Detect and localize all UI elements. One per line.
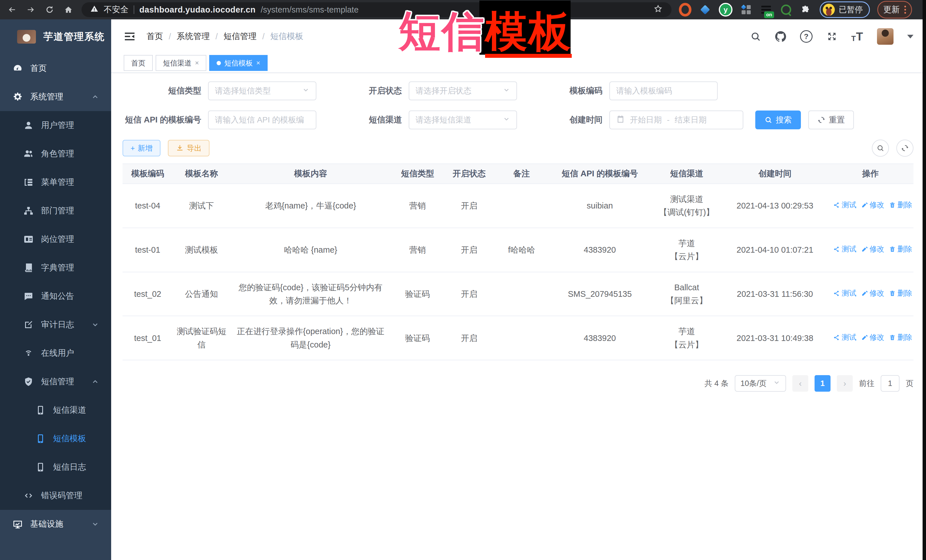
breadcrumb-item[interactable]: 短信管理 (224, 31, 257, 42)
template-code-input[interactable]: 请输入模板编码 (609, 82, 718, 100)
channel-select[interactable]: 请选择短信渠道 (409, 110, 517, 129)
browser-menu-icon[interactable] (904, 6, 906, 14)
sidebar-item-role-mgmt[interactable]: 角色管理 (0, 140, 111, 168)
sidebar-item-post-mgmt[interactable]: 岗位管理 (0, 225, 111, 254)
sidebar-item-sms-template[interactable]: 短信模板 (0, 424, 111, 453)
plus-icon: + (130, 144, 135, 152)
goto-page-input[interactable] (881, 375, 899, 392)
ext-magnifier-icon[interactable] (780, 3, 792, 16)
ext-grid-icon[interactable] (740, 3, 752, 16)
sitemap-icon (23, 206, 33, 216)
github-icon[interactable] (775, 31, 786, 42)
delete-link[interactable]: 删除 (889, 243, 912, 255)
app-logo[interactable]: 芋道管理系统 (0, 20, 111, 54)
forward-icon[interactable] (25, 4, 36, 15)
test-link[interactable]: 测试 (833, 287, 856, 299)
edit-link[interactable]: 修改 (861, 199, 884, 211)
collapse-sidebar-icon[interactable] (124, 32, 136, 41)
back-icon[interactable] (6, 4, 18, 15)
sidebar-item-home[interactable]: 首页 (0, 54, 111, 83)
user-avatar[interactable] (877, 28, 894, 45)
export-button[interactable]: 导出 (168, 140, 209, 156)
sidebar-item-error-code[interactable]: 错误码管理 (0, 482, 111, 510)
cell-status: 开启 (444, 228, 494, 272)
sidebar-item-infrastructure[interactable]: 基础设施 (0, 510, 111, 538)
cell-status: 开启 (444, 272, 494, 316)
show-search-button[interactable] (872, 140, 889, 157)
sms-type-select[interactable]: 请选择短信类型 (208, 82, 316, 100)
close-icon[interactable]: × (256, 59, 260, 67)
ext-on-badge: on (764, 11, 774, 18)
sidebar-item-dict-mgmt[interactable]: 字典管理 (0, 254, 111, 282)
search-icon[interactable] (750, 31, 761, 42)
breadcrumb-current: 短信模板 (270, 31, 303, 42)
sidebar-item-menu-mgmt[interactable]: 菜单管理 (0, 168, 111, 196)
delete-link[interactable]: 删除 (889, 287, 912, 299)
refresh-button[interactable] (896, 140, 914, 157)
sidebar-item-label: 角色管理 (41, 148, 74, 160)
id-badge-icon (23, 234, 33, 245)
browser-profile-button[interactable]: 已暂停 (820, 2, 870, 18)
home-icon[interactable] (63, 4, 74, 15)
sidebar-item-label: 审计日志 (41, 319, 74, 331)
sidebar-item-user-mgmt[interactable]: 用户管理 (0, 111, 111, 140)
test-link[interactable]: 测试 (833, 332, 856, 344)
font-size-icon[interactable]: TT (851, 30, 863, 43)
edit-link[interactable]: 修改 (861, 243, 884, 255)
cell-code: test_02 (123, 272, 173, 316)
reset-button[interactable]: 重置 (808, 110, 854, 129)
tab-sms-channel[interactable]: 短信渠道 × (156, 55, 206, 71)
sidebar-item-dept-mgmt[interactable]: 部门管理 (0, 196, 111, 225)
ext-gem-icon[interactable] (699, 3, 711, 16)
sidebar-item-sms-mgmt[interactable]: 短信管理 (0, 367, 111, 396)
next-page-button[interactable]: › (837, 375, 853, 392)
reload-icon[interactable] (44, 4, 55, 15)
sidebar-item-audit-log[interactable]: 审计日志 (0, 311, 111, 339)
tab-home[interactable]: 首页 (124, 55, 153, 71)
address-bar[interactable]: 不安全 dashboard.yudao.iocoder.cn /system/s… (82, 2, 672, 17)
ext-orange-icon[interactable] (679, 3, 691, 16)
sidebar-item-sms-log[interactable]: 短信日志 (0, 453, 111, 482)
status-select[interactable]: 请选择开启状态 (409, 82, 517, 100)
add-button[interactable]: + 新增 (123, 140, 160, 156)
close-icon[interactable]: × (195, 59, 199, 67)
avatar-caret-icon[interactable] (907, 35, 914, 38)
ext-list-icon[interactable]: on (760, 3, 772, 16)
sidebar-item-label: 系统管理 (30, 91, 63, 103)
breadcrumb-item[interactable]: 系统管理 (177, 31, 210, 42)
edit-link[interactable]: 修改 (861, 332, 884, 344)
sidebar-item-online-users[interactable]: 在线用户 (0, 339, 111, 367)
date-range-picker[interactable]: 开始日期 - 结束日期 (609, 110, 743, 129)
sidebar-item-label: 短信日志 (53, 462, 86, 473)
cell-created-at: 2021-04-10 01:07:21 (723, 228, 828, 272)
current-page[interactable]: 1 (814, 375, 831, 392)
page-size-select[interactable]: 10条/页 (735, 375, 786, 392)
extensions-puzzle-icon[interactable] (800, 3, 812, 16)
prev-page-button[interactable]: ‹ (792, 375, 808, 392)
filter-label: 短信 API 的模板编号 (123, 114, 208, 125)
test-link[interactable]: 测试 (833, 199, 856, 211)
api-template-id-input[interactable]: 请输入短信 API 的模板编 (208, 110, 316, 129)
help-icon[interactable]: ? (800, 30, 813, 43)
cell-api-id: suibian (549, 184, 651, 228)
breadcrumb-item[interactable]: 首页 (147, 31, 163, 42)
cell-channel: 芋道【云片】 (651, 316, 723, 360)
sidebar-item-label: 岗位管理 (41, 234, 74, 245)
search-button[interactable]: 搜索 (755, 110, 801, 129)
tab-sms-template[interactable]: 短信模板 × (209, 55, 268, 71)
filter-label: 创建时间 (517, 114, 609, 125)
fullscreen-icon[interactable] (826, 31, 838, 42)
delete-link[interactable]: 删除 (889, 332, 912, 344)
ext-y-icon[interactable]: y (719, 3, 732, 17)
cell-name: 测试验证码短信 (173, 316, 230, 360)
browser-update-button[interactable]: 更新 (877, 1, 912, 18)
delete-link[interactable]: 删除 (889, 199, 912, 211)
sidebar-item-sms-channel[interactable]: 短信渠道 (0, 396, 111, 424)
sidebar-item-system-mgmt[interactable]: 系统管理 (0, 83, 111, 111)
sidebar-item-notice[interactable]: 通知公告 (0, 282, 111, 311)
col-header: 模板编码 (123, 164, 173, 184)
test-link[interactable]: 测试 (833, 243, 856, 255)
breadcrumb-separator: / (169, 32, 171, 41)
bookmark-star-icon[interactable] (653, 4, 663, 16)
edit-link[interactable]: 修改 (861, 287, 884, 299)
